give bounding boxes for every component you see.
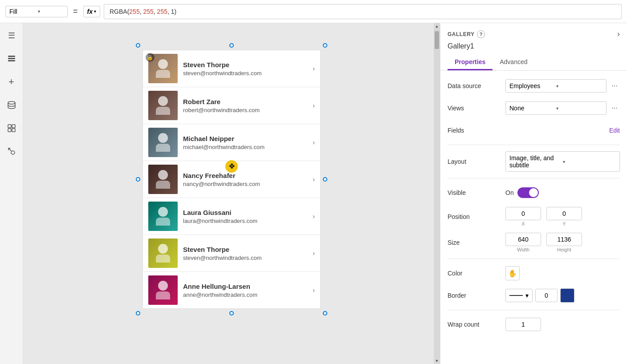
gallery-widget[interactable]: 🔒 Steven Thorpe steven@northwindtraders.… [142, 50, 321, 309]
layout-dropdown[interactable]: Image, title, and subtitle ▾ [505, 151, 620, 172]
item-email: laura@northwindtraders.com [183, 218, 310, 224]
svg-rect-5 [12, 125, 15, 128]
visible-control: On [505, 187, 620, 198]
resize-handle-bl[interactable] [136, 311, 140, 315]
fields-control: Edit [505, 127, 620, 134]
item-photo [148, 165, 178, 194]
panel-body: Data source Employees ▾ ··· Views None ▾ [440, 71, 627, 364]
resize-handle-tl[interactable] [136, 43, 140, 48]
size-width-input[interactable] [505, 233, 541, 246]
resize-handle-bc[interactable] [229, 311, 234, 315]
wrap-count-row: Wrap count [448, 316, 620, 332]
resize-handle-br[interactable] [323, 311, 327, 315]
svg-rect-7 [12, 129, 15, 132]
gallery-item[interactable]: Robert Zare robert@northwindtraders.com … [143, 87, 320, 124]
item-chevron-icon: › [313, 65, 315, 72]
border-style-dropdown[interactable]: ▾ [505, 289, 533, 302]
item-info: Steven Thorpe steven@northwindtraders.co… [183, 246, 310, 261]
fx-button[interactable]: fx ▾ [83, 6, 100, 17]
visible-label: Visible [448, 189, 505, 196]
size-height-input[interactable] [546, 233, 582, 246]
scroll-up-arrow[interactable]: ▲ [434, 23, 440, 29]
divider-1 [448, 145, 620, 145]
scroll-down-arrow[interactable]: ▼ [434, 358, 440, 364]
hamburger-icon[interactable]: ☰ [4, 28, 19, 43]
gallery-item[interactable]: Steven Thorpe steven@northwindtraders.co… [143, 235, 320, 272]
resize-handle-tr[interactable] [323, 43, 327, 48]
canvas-scrollbar[interactable]: ▲ ▼ [434, 23, 440, 364]
gallery-item[interactable]: 🔒 Steven Thorpe steven@northwindtraders.… [143, 50, 320, 87]
position-y-label: Y [562, 221, 566, 226]
resize-handle-mr[interactable] [323, 177, 327, 182]
layers-icon[interactable] [4, 52, 19, 66]
datasource-dropdown[interactable]: Employees ▾ [505, 79, 607, 93]
wrap-count-label: Wrap count [448, 321, 505, 328]
position-row: Position X Y [448, 207, 620, 226]
position-y-input[interactable] [546, 207, 582, 220]
right-panel: GALLERY ? › Gallery1 Properties Advanced… [440, 23, 627, 364]
item-chevron-icon: › [313, 139, 315, 146]
gallery-item[interactable]: Laura Giussani laura@northwindtraders.co… [143, 198, 320, 235]
item-name: Robert Zare [183, 98, 310, 105]
item-email: robert@northwindtraders.com [183, 107, 310, 113]
item-chevron-icon: › [313, 250, 315, 257]
border-width-input[interactable] [535, 289, 558, 302]
size-height-label: Height [557, 247, 571, 252]
visible-toggle[interactable] [517, 187, 539, 198]
resize-handle-ml[interactable] [136, 177, 140, 182]
layout-control: Image, title, and subtitle ▾ [505, 151, 620, 172]
add-icon[interactable]: + [4, 75, 19, 89]
views-label: Views [448, 105, 505, 112]
component-icon[interactable] [4, 121, 19, 135]
tab-advanced[interactable]: Advanced [493, 55, 534, 70]
item-name: Laura Giussani [183, 209, 310, 216]
views-dropdown[interactable]: None ▾ [505, 101, 607, 115]
help-icon[interactable]: ? [477, 30, 485, 38]
top-bar: Fill ▾ = fx ▾ RGBA(255, 255, 255, 1) [0, 0, 627, 23]
database-icon[interactable] [4, 98, 19, 112]
layout-label: Layout [448, 158, 505, 165]
fields-label: Fields [448, 127, 505, 134]
item-name: Steven Thorpe [183, 61, 310, 69]
wrap-count-input[interactable] [505, 318, 541, 331]
item-chevron-icon: › [313, 287, 315, 294]
item-info: Robert Zare robert@northwindtraders.com [183, 98, 310, 113]
item-name: Michael Neipper [183, 135, 310, 142]
size-width-label: Width [517, 247, 529, 252]
svg-rect-0 [8, 60, 15, 61]
position-label: Position [448, 213, 505, 220]
views-more-button[interactable]: ··· [609, 103, 620, 113]
svg-rect-2 [8, 56, 15, 57]
svg-rect-1 [8, 58, 15, 59]
gallery-item[interactable]: Michael Neipper michael@northwindtraders… [143, 124, 320, 161]
position-group: X Y [505, 207, 582, 226]
tools-icon[interactable] [4, 144, 19, 158]
fields-edit-link[interactable]: Edit [609, 127, 620, 134]
gallery-name-label: Gallery1 [448, 42, 620, 50]
border-line-preview [509, 295, 523, 296]
item-chevron-icon: › [313, 213, 315, 220]
color-swatch[interactable]: ✋ [505, 266, 520, 280]
resize-handle-tc[interactable] [229, 43, 234, 48]
svg-rect-4 [8, 125, 11, 128]
border-color-swatch[interactable] [560, 288, 574, 303]
scroll-thumb[interactable] [435, 31, 439, 49]
fx-chevron-icon: ▾ [94, 9, 96, 14]
gallery-item[interactable]: Nancy Freehafer nancy@northwindtraders.c… [143, 161, 320, 198]
datasource-more-button[interactable]: ··· [609, 81, 620, 91]
equals-sign: = [71, 7, 80, 16]
color-picker-icon: ✋ [508, 269, 517, 278]
tab-properties[interactable]: Properties [448, 55, 493, 70]
fill-dropdown[interactable]: Fill ▾ [5, 6, 68, 17]
svg-point-8 [11, 151, 15, 154]
datasource-value: Employees [509, 82, 556, 89]
formula-bar[interactable]: RGBA(255, 255, 255, 1) [104, 4, 622, 19]
wrap-count-control [505, 318, 620, 331]
gallery-item[interactable]: Anne Hellung-Larsen anne@northwindtrader… [143, 272, 320, 308]
panel-nav-arrow[interactable]: › [617, 29, 620, 39]
position-x-input[interactable] [505, 207, 541, 220]
datasource-row: Data source Employees ▾ ··· [448, 78, 620, 94]
divider-3 [448, 259, 620, 259]
border-style-chevron-icon: ▾ [525, 292, 529, 299]
item-photo [148, 91, 178, 120]
